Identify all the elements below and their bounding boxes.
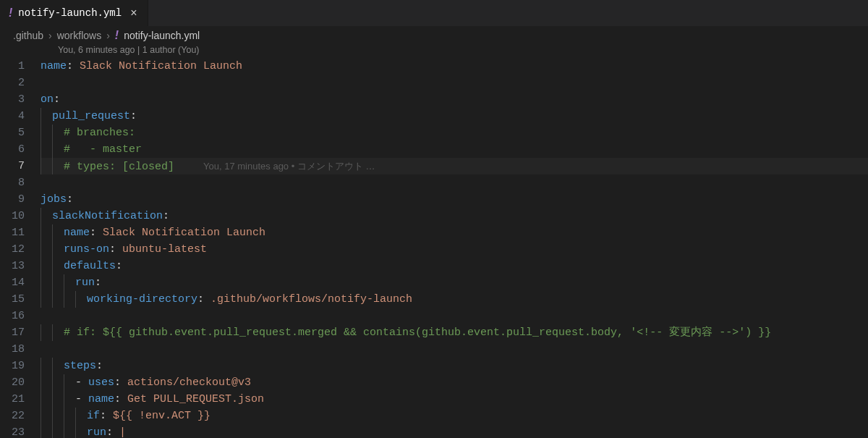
line-number: 21 <box>0 391 25 408</box>
code-line[interactable]: # - master <box>41 141 868 158</box>
git-blame-inline: You, 17 minutes ago • コメントアウト … <box>174 161 375 172</box>
yaml-file-icon: ! <box>115 29 119 42</box>
line-number: 13 <box>0 258 25 274</box>
code-line[interactable]: if: ${{ !env.ACT }} <box>41 408 868 424</box>
line-number: 18 <box>0 341 25 358</box>
code-line[interactable]: defaults: <box>41 258 868 274</box>
line-number-gutter: 1 2 3 4 5 6 7 8 9 10 11 12 13 14 15 16 1… <box>0 58 41 438</box>
breadcrumb[interactable]: .github › workflows › ! notify-launch.ym… <box>0 26 868 45</box>
code-line[interactable]: jobs: <box>41 191 868 208</box>
line-number: 6 <box>0 141 25 158</box>
code-line[interactable]: # branches: <box>41 125 868 141</box>
breadcrumb-segment[interactable]: workflows <box>57 30 101 41</box>
tab-bar: ! notify-launch.yml × <box>0 0 868 26</box>
breadcrumb-segment[interactable]: .github <box>13 30 43 41</box>
code-line[interactable]: run: | <box>41 424 868 438</box>
code-line[interactable]: slackNotification: <box>41 208 868 224</box>
line-number: 14 <box>0 274 25 291</box>
line-number: 22 <box>0 408 25 424</box>
line-number: 23 <box>0 424 25 438</box>
line-number: 2 <box>0 75 25 91</box>
line-number: 20 <box>0 374 25 391</box>
line-number: 16 <box>0 308 25 324</box>
code-line[interactable] <box>41 75 868 91</box>
line-number: 9 <box>0 191 25 208</box>
line-number: 4 <box>0 108 25 125</box>
code-line[interactable] <box>41 308 868 324</box>
code-editor[interactable]: 1 2 3 4 5 6 7 8 9 10 11 12 13 14 15 16 1… <box>0 58 868 438</box>
line-number: 15 <box>0 291 25 308</box>
line-number: 7 <box>0 158 25 174</box>
close-icon[interactable]: × <box>127 7 140 20</box>
yaml-file-icon: ! <box>9 7 12 20</box>
code-line[interactable] <box>41 174 868 191</box>
code-line[interactable]: name: Slack Notification Launch <box>41 58 868 75</box>
line-number: 3 <box>0 91 25 108</box>
code-line[interactable]: # if: ${{ github.event.pull_request.merg… <box>41 324 868 341</box>
code-content[interactable]: name: Slack Notification Launch on: pull… <box>41 58 868 438</box>
line-number: 19 <box>0 358 25 374</box>
line-number: 5 <box>0 125 25 141</box>
code-line[interactable]: name: Slack Notification Launch <box>41 224 868 241</box>
line-number: 17 <box>0 324 25 341</box>
code-line[interactable]: - uses: actions/checkout@v3 <box>41 374 868 391</box>
code-line[interactable]: steps: <box>41 358 868 374</box>
tab-filename: notify-launch.yml <box>18 7 122 19</box>
code-line[interactable]: run: <box>41 274 868 291</box>
line-number: 1 <box>0 58 25 75</box>
chevron-right-icon: › <box>106 30 110 41</box>
line-number: 11 <box>0 224 25 241</box>
code-line[interactable]: runs-on: ubuntu-latest <box>41 241 868 258</box>
breadcrumb-current[interactable]: notify-launch.yml <box>124 30 200 41</box>
code-line[interactable]: on: <box>41 91 868 108</box>
git-codelens[interactable]: You, 6 minutes ago | 1 author (You) <box>0 45 868 58</box>
line-number: 10 <box>0 208 25 224</box>
code-line[interactable]: pull_request: <box>41 108 868 125</box>
chevron-right-icon: › <box>48 30 52 41</box>
code-line[interactable]: - name: Get PULL_REQUEST.json <box>41 391 868 408</box>
line-number: 12 <box>0 241 25 258</box>
code-line[interactable]: # types: [closed]You, 17 minutes ago • コ… <box>41 158 868 174</box>
code-line[interactable] <box>41 341 868 358</box>
code-line[interactable]: working-directory: .github/workflows/not… <box>41 291 868 308</box>
file-tab[interactable]: ! notify-launch.yml × <box>0 0 148 26</box>
line-number: 8 <box>0 174 25 191</box>
